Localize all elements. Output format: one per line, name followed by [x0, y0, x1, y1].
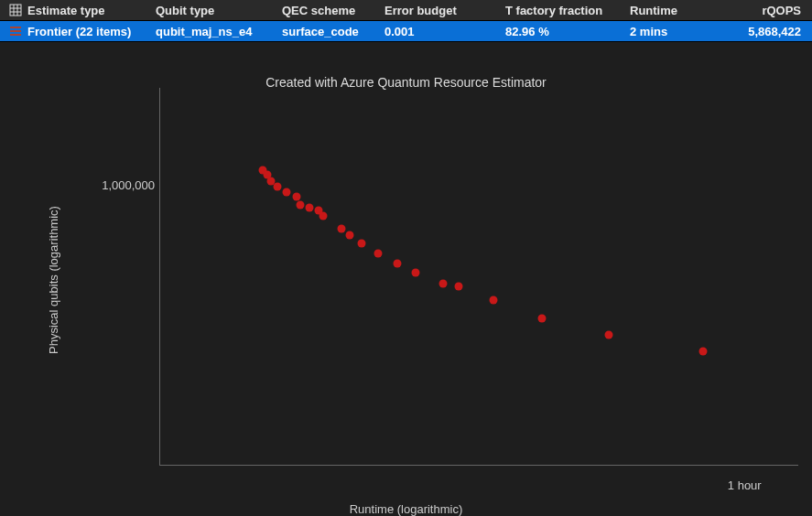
data-point[interactable] — [297, 200, 305, 209]
svg-rect-0 — [10, 5, 21, 16]
col-header-runtime[interactable]: Runtime — [630, 4, 718, 17]
cell-error-budget: 0.001 — [384, 25, 505, 38]
cell-rqops: 5,868,422 — [718, 25, 807, 38]
grid-icon[interactable] — [4, 4, 27, 16]
list-icon — [4, 26, 27, 37]
col-header-qubit-type[interactable]: Qubit type — [156, 4, 282, 17]
x-axis-line — [159, 465, 798, 466]
data-point[interactable] — [604, 331, 612, 339]
data-point[interactable] — [455, 282, 463, 290]
data-point[interactable] — [412, 269, 420, 277]
cell-t-factory: 82.96 % — [505, 25, 630, 38]
data-point[interactable] — [699, 348, 708, 356]
data-point[interactable] — [374, 250, 383, 258]
data-point[interactable] — [338, 225, 346, 233]
y-axis-label: Physical qubits (logarithmic) — [47, 206, 60, 354]
data-point[interactable] — [283, 188, 291, 197]
data-point[interactable] — [274, 183, 282, 191]
data-point[interactable] — [439, 280, 448, 288]
col-header-t-factory[interactable]: T factory fraction — [505, 4, 630, 17]
cell-estimate-type: Frontier (22 items) — [27, 25, 156, 38]
col-header-error-budget[interactable]: Error budget — [384, 4, 505, 17]
cell-qubit-type: qubit_maj_ns_e4 — [156, 25, 282, 38]
data-point[interactable] — [358, 240, 366, 248]
col-header-qec-scheme[interactable]: QEC scheme — [282, 4, 384, 17]
x-tick-label: 1 hour — [728, 478, 762, 492]
col-header-estimate-type[interactable]: Estimate type — [27, 4, 156, 17]
y-tick-label: 1,000,000 — [81, 178, 155, 192]
data-point[interactable] — [393, 260, 401, 268]
data-point[interactable] — [319, 212, 328, 220]
table-header-row: Estimate type Qubit type QEC scheme Erro… — [0, 0, 812, 21]
cell-runtime: 2 mins — [630, 25, 718, 38]
data-point[interactable] — [305, 203, 313, 211]
data-point[interactable] — [490, 296, 498, 305]
data-point[interactable] — [538, 315, 547, 323]
data-point[interactable] — [346, 231, 354, 240]
cell-qec-scheme: surface_code — [282, 25, 384, 38]
col-header-rqops[interactable]: rQOPS — [718, 4, 807, 17]
table-row[interactable]: Frontier (22 items) qubit_maj_ns_e4 surf… — [0, 21, 812, 42]
results-table: Estimate type Qubit type QEC scheme Erro… — [0, 0, 812, 42]
chart-area: Created with Azure Quantum Resource Esti… — [0, 42, 812, 516]
scatter-plot[interactable] — [160, 97, 792, 463]
x-axis-label: Runtime (logarithmic) — [0, 502, 812, 516]
chart-title: Created with Azure Quantum Resource Esti… — [0, 75, 812, 90]
